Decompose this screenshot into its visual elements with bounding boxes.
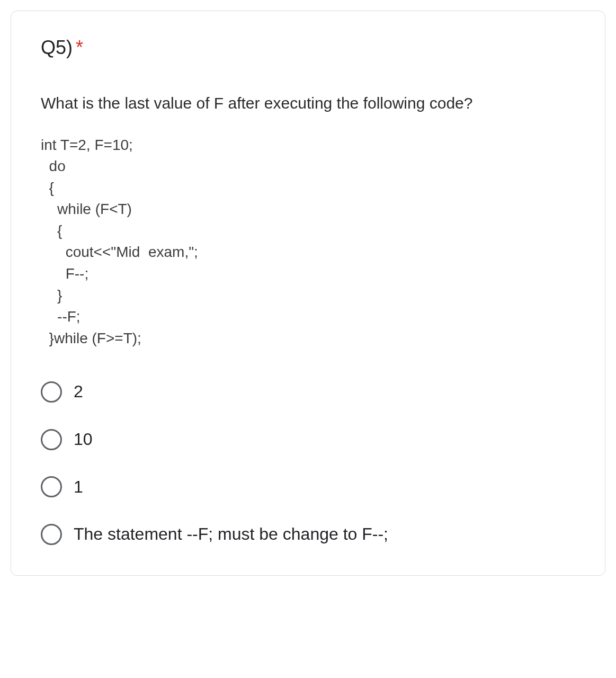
options-group: 2 10 1 The statement --F; must be change… [41,381,575,545]
radio-icon [41,524,62,545]
option-1[interactable]: 10 [41,429,575,451]
option-label: 1 [74,476,83,498]
radio-icon [41,429,62,450]
option-label: 10 [74,429,93,451]
radio-icon [41,476,62,497]
question-number: Q5) [41,37,73,58]
option-label: 2 [74,381,83,403]
required-indicator: * [76,37,83,58]
question-prompt: What is the last value of F after execut… [41,93,575,114]
question-card: Q5)* What is the last value of F after e… [11,11,605,576]
option-0[interactable]: 2 [41,381,575,403]
question-title: Q5)* [41,37,575,59]
radio-icon [41,381,62,403]
option-2[interactable]: 1 [41,476,575,498]
option-label: The statement --F; must be change to F--… [74,523,388,546]
option-3[interactable]: The statement --F; must be change to F--… [41,523,575,546]
code-block: int T=2, F=10; do { while (F<T) { cout<<… [41,135,575,350]
